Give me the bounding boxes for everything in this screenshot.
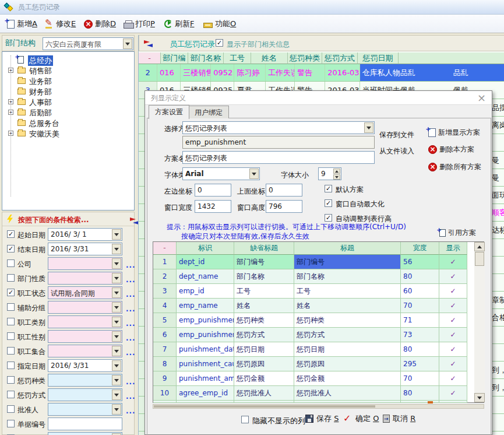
more-options-button[interactable]: ... bbox=[126, 378, 136, 385]
tree-item-1[interactable]: 总经办 bbox=[2, 55, 135, 65]
option-checkbox-3[interactable]: ✓ bbox=[325, 214, 332, 222]
expand-icon[interactable]: + bbox=[8, 110, 13, 115]
search-checkbox-10[interactable] bbox=[7, 362, 15, 369]
scheme-name-input[interactable]: 惩罚记录列表 bbox=[182, 151, 375, 164]
search-field-4[interactable] bbox=[48, 272, 122, 285]
window-width-input[interactable]: 1432 bbox=[195, 200, 231, 213]
more-options-button[interactable]: ... bbox=[126, 335, 136, 342]
save-to-file-link[interactable]: 保存到文件 bbox=[379, 130, 414, 140]
search-field-10[interactable]: 2016/ 3/31 bbox=[48, 359, 122, 372]
search-checkbox-5[interactable]: ✓ bbox=[7, 289, 15, 296]
grid-row[interactable]: 4emp_name姓名姓名70✓ bbox=[153, 299, 467, 313]
grid-row[interactable]: 6emp_punishment惩罚方式惩罚方式73✓ bbox=[153, 328, 467, 342]
grid-row[interactable]: 5emp_punishment惩罚种类惩罚种类71✓ bbox=[153, 313, 467, 328]
scheme-combobox[interactable]: 惩罚记录列表 bbox=[182, 121, 375, 134]
more-options-button[interactable]: ... bbox=[126, 306, 136, 313]
dropdown-arrow-icon[interactable] bbox=[112, 404, 121, 415]
search-field-15[interactable] bbox=[48, 432, 122, 435]
more-options-button[interactable]: ... bbox=[126, 349, 136, 356]
more-options-button[interactable]: ... bbox=[126, 262, 136, 269]
window-height-input[interactable]: 796 bbox=[266, 200, 302, 213]
search-checkbox-3[interactable] bbox=[7, 259, 15, 267]
scroll-down-icon[interactable] bbox=[474, 393, 485, 402]
grid-row[interactable]: 1dept_id部门编号部门编号56✓ bbox=[153, 255, 467, 269]
more-options-button[interactable]: ... bbox=[126, 393, 136, 400]
show-subdept-checkbox[interactable]: ✓ bbox=[216, 39, 223, 47]
tree-item-8[interactable]: +安徽沃美 bbox=[2, 128, 135, 139]
new-scheme-button[interactable]: 新增显示方案 bbox=[428, 128, 480, 138]
option-checkbox-2[interactable]: ✓ bbox=[325, 199, 332, 207]
search-checkbox-12[interactable] bbox=[7, 391, 15, 398]
search-field-1[interactable]: 2016/ 3/ 1 bbox=[48, 228, 122, 241]
dropdown-arrow-icon[interactable] bbox=[112, 375, 121, 385]
dropdown-arrow-icon[interactable] bbox=[112, 273, 121, 283]
delete-scheme-button[interactable]: 删除本方案 bbox=[428, 145, 474, 155]
save-button[interactable]: 保存 S bbox=[305, 413, 339, 424]
grid-row[interactable]: 10agree_emp_id惩罚批准人惩罚批准人80✓ bbox=[153, 386, 467, 401]
expand-icon[interactable]: + bbox=[8, 99, 13, 104]
company-combobox-arrow[interactable] bbox=[123, 38, 132, 49]
dropdown-arrow-icon[interactable] bbox=[112, 302, 121, 313]
tree-item-3[interactable]: 业务部 bbox=[2, 76, 135, 86]
dropdown-arrow-icon[interactable] bbox=[112, 229, 121, 240]
search-field-5[interactable]: 试用期,合同期 bbox=[48, 286, 122, 299]
more-options-button[interactable]: ... bbox=[126, 408, 136, 415]
scrollbar-thumb[interactable] bbox=[475, 252, 484, 266]
toolbar-button-f[interactable]: 刷新F bbox=[162, 17, 196, 31]
cancel-button[interactable]: 取消 R bbox=[383, 413, 415, 424]
close-icon[interactable]: × bbox=[477, 92, 486, 104]
search-field-13[interactable] bbox=[48, 403, 122, 416]
tree-item-5[interactable]: +人事部 bbox=[2, 97, 135, 107]
grid-vscrollbar[interactable] bbox=[474, 242, 485, 402]
search-checkbox-6[interactable] bbox=[7, 303, 15, 311]
dropdown-arrow-icon[interactable] bbox=[112, 390, 121, 400]
more-options-button[interactable]: ... bbox=[126, 320, 136, 327]
grid-row[interactable]: 9punishment_amo惩罚金额惩罚金额70✓ bbox=[153, 371, 467, 386]
search-checkbox-14[interactable] bbox=[7, 420, 15, 427]
dropdown-arrow-icon[interactable] bbox=[112, 360, 121, 371]
scroll-up-icon[interactable] bbox=[474, 242, 485, 251]
more-options-button[interactable]: ... bbox=[126, 291, 136, 298]
swap-icon[interactable] bbox=[130, 218, 139, 224]
toolbar-button-e[interactable]: 修改E bbox=[43, 17, 78, 31]
search-field-11[interactable] bbox=[48, 374, 122, 387]
grid-row[interactable]: 8punishment_caus惩罚原因惩罚原因295✓ bbox=[153, 357, 467, 371]
spinner-down-button[interactable] bbox=[333, 174, 340, 180]
font-type-combobox[interactable]: Arial bbox=[182, 167, 260, 180]
tree-item-7[interactable]: 总服务台 bbox=[2, 118, 135, 128]
dropdown-arrow-icon[interactable] bbox=[112, 346, 121, 356]
scheme-combobox-arrow[interactable] bbox=[364, 122, 373, 133]
table-row[interactable]: 2016三楼销售部0952陈习婷工作失误警告2016-03-30仓库私人物品乱品… bbox=[139, 64, 504, 82]
search-field-7[interactable] bbox=[48, 315, 122, 328]
grid-row[interactable]: 2dept_name部门名称部门名称80✓ bbox=[153, 269, 467, 284]
hide-hidden-columns-checkbox[interactable] bbox=[241, 416, 249, 423]
font-size-spinner[interactable]: 9 bbox=[318, 167, 341, 180]
read-from-file-link[interactable]: 从文件读入 bbox=[379, 146, 414, 156]
dropdown-arrow-icon[interactable] bbox=[112, 317, 121, 327]
quote-scheme-button[interactable]: 引用方案 bbox=[439, 228, 476, 238]
font-type-arrow[interactable] bbox=[249, 169, 259, 179]
grid-row[interactable]: 7punishment_date惩罚日期惩罚日期80✓ bbox=[153, 342, 467, 357]
spinner-up-button[interactable] bbox=[333, 169, 340, 174]
more-options-button[interactable]: ... bbox=[126, 276, 136, 283]
search-checkbox-8[interactable] bbox=[7, 332, 15, 340]
expand-icon[interactable]: + bbox=[8, 68, 13, 73]
toolbar-button-a[interactable]: 新增A bbox=[5, 17, 40, 31]
tab-scheme-settings[interactable]: 方案设置 bbox=[149, 105, 189, 119]
swap-icon[interactable] bbox=[144, 40, 153, 47]
tab-user-binding[interactable]: 用户绑定 bbox=[188, 106, 229, 118]
search-field-12[interactable] bbox=[48, 388, 122, 401]
tree-item-6[interactable]: +后勤部 bbox=[2, 107, 135, 118]
tree-item-2[interactable]: +销售部 bbox=[2, 65, 135, 76]
toolbar-button-p[interactable]: 打印P bbox=[121, 17, 157, 31]
search-checkbox-4[interactable] bbox=[7, 274, 15, 282]
company-combobox[interactable]: 六安白云商厦有限 bbox=[43, 37, 133, 50]
option-checkbox-1[interactable]: ✓ bbox=[325, 185, 332, 192]
expand-icon[interactable]: + bbox=[8, 131, 13, 136]
toolbar-button-o[interactable]: 功能O bbox=[201, 17, 238, 31]
search-field-6[interactable] bbox=[48, 301, 122, 314]
dropdown-arrow-icon[interactable] bbox=[112, 331, 121, 342]
search-field-2[interactable]: 2016/ 3/31 bbox=[48, 243, 122, 255]
search-checkbox-9[interactable] bbox=[7, 347, 15, 355]
search-checkbox-11[interactable] bbox=[7, 376, 15, 384]
